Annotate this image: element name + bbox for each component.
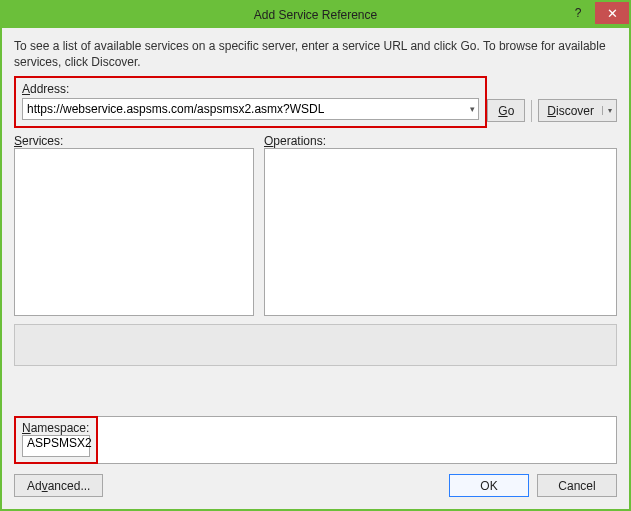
- services-column: Services:: [14, 134, 254, 316]
- discover-button[interactable]: Discover ▾: [538, 99, 617, 122]
- separator: [531, 100, 532, 122]
- close-button[interactable]: ✕: [595, 2, 629, 24]
- window-title: Add Service Reference: [254, 8, 377, 22]
- services-label: Services:: [14, 134, 254, 148]
- lists-row: Services: Operations:: [14, 134, 617, 316]
- address-buttons: Go Discover ▾: [487, 99, 617, 122]
- help-button[interactable]: ?: [561, 2, 595, 24]
- namespace-input[interactable]: ASPSMSX2: [22, 435, 90, 457]
- ok-button[interactable]: OK: [449, 474, 529, 497]
- advanced-button[interactable]: Advanced...: [14, 474, 103, 497]
- namespace-input-extension[interactable]: [98, 416, 617, 464]
- cancel-button[interactable]: Cancel: [537, 474, 617, 497]
- operations-label: Operations:: [264, 134, 617, 148]
- chevron-down-icon[interactable]: ▾: [470, 104, 475, 114]
- namespace-label: Namespace:: [22, 421, 90, 435]
- address-value: https://webservice.aspsms.com/aspsmsx2.a…: [27, 102, 324, 116]
- namespace-area: Namespace: ASPSMSX2: [14, 416, 617, 464]
- address-combobox[interactable]: https://webservice.aspsms.com/aspsmsx2.a…: [22, 98, 479, 120]
- instructions-text: To see a list of available services on a…: [14, 38, 617, 70]
- dialog-window: Add Service Reference ? ✕ To see a list …: [0, 0, 631, 511]
- address-area: Address: https://webservice.aspsms.com/a…: [14, 76, 617, 128]
- operations-column: Operations:: [264, 134, 617, 316]
- go-button[interactable]: Go: [487, 99, 525, 122]
- system-buttons: ? ✕: [561, 2, 629, 28]
- services-listbox[interactable]: [14, 148, 254, 316]
- status-area: [14, 324, 617, 366]
- operations-listbox[interactable]: [264, 148, 617, 316]
- address-highlight-box: Address: https://webservice.aspsms.com/a…: [14, 76, 487, 128]
- chevron-down-icon[interactable]: ▾: [602, 106, 616, 115]
- title-bar: Add Service Reference ? ✕: [2, 2, 629, 28]
- address-label: Address:: [22, 82, 479, 96]
- bottom-button-bar: Advanced... OK Cancel: [14, 474, 617, 497]
- namespace-highlight-box: Namespace: ASPSMSX2: [14, 416, 98, 464]
- dialog-content: To see a list of available services on a…: [2, 28, 629, 509]
